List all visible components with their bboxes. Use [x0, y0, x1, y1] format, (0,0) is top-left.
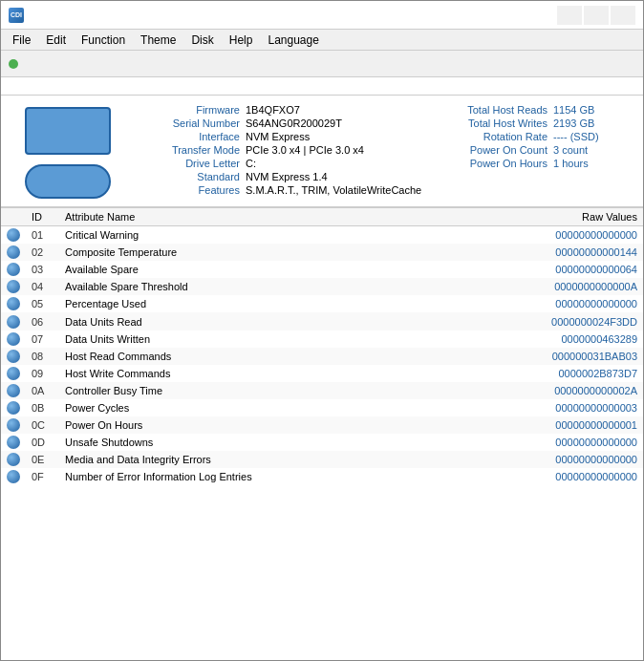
title-bar: CDI	[1, 1, 643, 30]
col-raw: Raw Values	[408, 208, 643, 226]
row-raw-value: 000000031BAB03	[408, 348, 643, 365]
minimize-button[interactable]	[557, 6, 582, 25]
row-raw-value: 00000000000000	[408, 226, 643, 245]
table-row: 04 Available Spare Threshold 00000000000…	[1, 278, 643, 295]
menu-item-function[interactable]: Function	[74, 32, 133, 49]
health-indicator	[9, 59, 18, 69]
menu-item-language[interactable]: Language	[260, 32, 326, 49]
detail-interface: Interface NVM Express	[135, 130, 433, 143]
row-id: 0B	[26, 399, 59, 416]
row-attribute-name: Composite Temperature	[59, 244, 408, 261]
table-row: 08 Host Read Commands 000000031BAB03	[1, 348, 643, 365]
table-row: 06 Data Units Read 0000000024F3DD	[1, 312, 643, 330]
row-status-icon	[7, 263, 20, 276]
row-id: 06	[26, 312, 59, 330]
menu-item-edit[interactable]: Edit	[38, 32, 74, 49]
detail-transfer: Transfer Mode PCIe 3.0 x4 | PCIe 3.0 x4	[135, 143, 433, 157]
row-attribute-name: Number of Error Information Log Entries	[59, 468, 408, 485]
row-raw-value: 00000000000003	[408, 399, 643, 416]
row-attribute-name: Available Spare Threshold	[59, 278, 408, 295]
row-icon-cell	[1, 226, 26, 245]
row-raw-value: 0000002B873D7	[408, 365, 643, 382]
row-raw-value: 00000000000064	[408, 261, 643, 278]
detail-serial: Serial Number S64ANG0R200029T	[135, 117, 433, 130]
row-icon-cell	[1, 382, 26, 399]
smart-table-section: ID Attribute Name Raw Values 01 Critical…	[1, 207, 643, 660]
table-row: 0A Controller Busy Time 0000000000002A	[1, 382, 643, 399]
row-id: 0E	[26, 451, 59, 468]
row-status-icon	[7, 367, 20, 380]
table-row: 0B Power Cycles 00000000000003	[1, 399, 643, 416]
detail-firmware: Firmware 1B4QFXO7	[135, 103, 433, 117]
table-row: 07 Data Units Written 0000000463289	[1, 330, 643, 348]
row-id: 04	[26, 278, 59, 295]
row-raw-value: 00000000000000	[408, 295, 643, 312]
row-icon-cell	[1, 365, 26, 382]
details-container: Firmware 1B4QFXO7 Serial Number S64ANG0R…	[135, 103, 633, 199]
table-header-row: ID Attribute Name Raw Values	[1, 208, 643, 226]
menu-item-disk[interactable]: Disk	[183, 32, 221, 49]
health-panel	[11, 103, 125, 199]
table-row: 05 Percentage Used 00000000000000	[1, 295, 643, 312]
row-attribute-name: Media and Data Integrity Errors	[59, 451, 408, 468]
row-id: 03	[26, 261, 59, 278]
detail-rotation: Rotation Rate ---- (SSD)	[442, 130, 633, 143]
row-attribute-name: Data Units Read	[59, 312, 408, 330]
info-section: Firmware 1B4QFXO7 Serial Number S64ANG0R…	[1, 96, 643, 207]
row-icon-cell	[1, 312, 26, 330]
row-raw-value: 00000000000000	[408, 468, 643, 485]
detail-drive-letter: Drive Letter C:	[135, 157, 433, 170]
row-attribute-name: Data Units Written	[59, 330, 408, 348]
detail-power-count: Power On Count 3 count	[442, 143, 633, 157]
row-attribute-name: Host Write Commands	[59, 365, 408, 382]
row-id: 0A	[26, 382, 59, 399]
row-icon-cell	[1, 416, 26, 434]
row-id: 07	[26, 330, 59, 348]
row-attribute-name: Host Read Commands	[59, 348, 408, 365]
row-id: 09	[26, 365, 59, 382]
row-attribute-name: Controller Busy Time	[59, 382, 408, 399]
row-icon-cell	[1, 244, 26, 261]
table-row: 0C Power On Hours 00000000000001	[1, 416, 643, 434]
close-button[interactable]	[611, 6, 635, 25]
menu-bar: FileEditFunctionThemeDiskHelpLanguage	[1, 30, 643, 51]
row-icon-cell	[1, 295, 26, 312]
maximize-button[interactable]	[584, 6, 609, 25]
row-raw-value: 00000000000000	[408, 451, 643, 468]
row-icon-cell	[1, 261, 26, 278]
row-raw-value: 00000000000144	[408, 244, 643, 261]
row-id: 0F	[26, 468, 59, 485]
detail-total-reads: Total Host Reads 1154 GB	[442, 103, 633, 117]
row-id: 05	[26, 295, 59, 312]
smart-table-body: 01 Critical Warning 00000000000000 02 Co…	[1, 226, 643, 486]
temperature-box	[25, 164, 111, 199]
row-status-icon	[7, 228, 20, 242]
row-raw-value: 00000000000000	[408, 434, 643, 451]
table-row: 0E Media and Data Integrity Errors 00000…	[1, 451, 643, 468]
row-id: 01	[26, 226, 59, 245]
row-raw-value: 0000000000000A	[408, 278, 643, 295]
row-icon-cell	[1, 451, 26, 468]
detail-features: Features S.M.A.R.T., TRIM, VolatileWrite…	[135, 183, 433, 197]
menu-item-file[interactable]: File	[5, 32, 38, 49]
row-attribute-name: Available Spare	[59, 261, 408, 278]
row-status-icon	[7, 453, 20, 466]
toolbar	[1, 51, 643, 77]
row-attribute-name: Percentage Used	[59, 295, 408, 312]
table-row: 09 Host Write Commands 0000002B873D7	[1, 365, 643, 382]
table-row: 03 Available Spare 00000000000064	[1, 261, 643, 278]
window-controls	[557, 6, 635, 25]
row-icon-cell	[1, 330, 26, 348]
row-id: 0D	[26, 434, 59, 451]
detail-standard: Standard NVM Express 1.4	[135, 170, 433, 183]
details-right: Total Host Reads 1154 GB Total Host Writ…	[442, 103, 633, 199]
row-status-icon	[7, 384, 20, 397]
menu-item-help[interactable]: Help	[222, 32, 261, 49]
row-icon-cell	[1, 434, 26, 451]
row-status-icon	[7, 315, 20, 329]
menu-item-theme[interactable]: Theme	[133, 32, 183, 49]
row-status-icon	[7, 436, 20, 449]
row-raw-value: 00000000000001	[408, 416, 643, 434]
col-name: Attribute Name	[59, 208, 408, 226]
row-id: 02	[26, 244, 59, 261]
